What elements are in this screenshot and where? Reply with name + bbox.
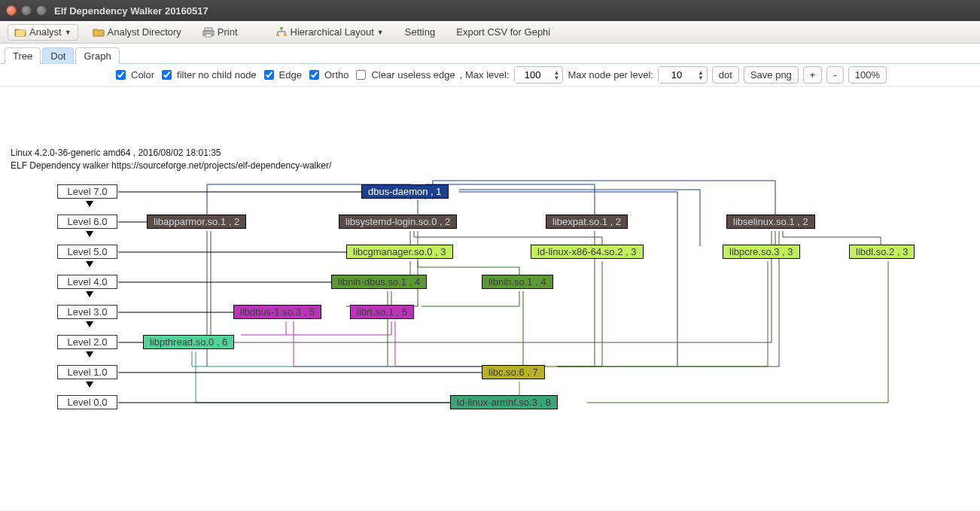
export-button[interactable]: Export CSV for Gephi bbox=[449, 24, 557, 40]
node-libnih-dbus[interactable]: libnih-dbus.so.1 , 4 bbox=[331, 275, 427, 289]
window-controls bbox=[6, 5, 47, 16]
filter-no-child-checkbox[interactable]: filter no child node bbox=[159, 68, 257, 82]
analyst-directory-button[interactable]: Analyst Directory bbox=[86, 24, 188, 41]
layout-button[interactable]: Hierarchical Layout ▼ bbox=[269, 24, 391, 41]
node-libnih[interactable]: libnih.so.1 , 4 bbox=[482, 275, 553, 289]
max-node-input[interactable] bbox=[659, 67, 695, 83]
color-label: Color bbox=[131, 69, 154, 81]
print-label: Print bbox=[218, 26, 238, 38]
close-icon[interactable] bbox=[6, 5, 17, 16]
zoom-value[interactable]: 100% bbox=[848, 66, 887, 84]
print-button[interactable]: Print bbox=[196, 24, 245, 41]
spinner-icon[interactable]: ▲▼ bbox=[551, 70, 563, 81]
color-checkbox[interactable]: Color bbox=[113, 68, 154, 82]
tab-tree[interactable]: Tree bbox=[5, 47, 41, 64]
chevron-down-icon: ▼ bbox=[65, 29, 72, 36]
svg-rect-3 bbox=[280, 27, 283, 29]
setting-label: Setting bbox=[405, 26, 435, 38]
tab-graph[interactable]: Graph bbox=[75, 47, 119, 64]
graph-canvas[interactable]: Linux 4.2.0-36-generic amd64 , 2016/08/0… bbox=[0, 87, 980, 510]
max-level-input[interactable] bbox=[515, 67, 551, 83]
clear-useless-label: Clear useless edge bbox=[371, 69, 455, 81]
filter-label: filter no child node bbox=[177, 69, 257, 81]
analyst-button[interactable]: Analyst ▼ bbox=[8, 24, 78, 41]
svg-rect-5 bbox=[284, 34, 287, 36]
maximize-icon[interactable] bbox=[36, 5, 47, 16]
folder-icon bbox=[93, 26, 105, 38]
node-libpcre[interactable]: libpcre.so.3 , 3 bbox=[723, 245, 800, 259]
tab-graph-label: Graph bbox=[84, 50, 111, 62]
node-libcgmanager[interactable]: libcgmanager.so.0 , 3 bbox=[346, 245, 453, 259]
tab-dot[interactable]: Dot bbox=[42, 47, 74, 64]
svg-rect-0 bbox=[205, 28, 212, 31]
node-libc[interactable]: libc.so.6 , 7 bbox=[482, 365, 545, 379]
tab-tree-label: Tree bbox=[13, 50, 32, 62]
max-level-label: , Max level: bbox=[460, 69, 510, 81]
tabs: Tree Dot Graph bbox=[0, 44, 980, 64]
node-libselinux[interactable]: libselinux.so.1 , 2 bbox=[726, 214, 815, 229]
edge-label: Edge bbox=[279, 69, 302, 81]
minimize-icon[interactable] bbox=[21, 5, 32, 16]
titlebar: Elf Dependency Walker 20160517 bbox=[0, 0, 980, 21]
zoom-out-button[interactable]: - bbox=[826, 66, 843, 84]
edge-checkbox[interactable]: Edge bbox=[261, 68, 302, 82]
analyst-label: Analyst bbox=[29, 26, 62, 38]
max-level-stepper[interactable]: ▲▼ bbox=[514, 66, 564, 84]
layout-label: Hierarchical Layout bbox=[291, 26, 374, 38]
max-node-stepper[interactable]: ▲▼ bbox=[658, 66, 708, 84]
node-libdl[interactable]: libdl.so.2 , 3 bbox=[849, 245, 915, 259]
export-label: Export CSV for Gephi bbox=[456, 26, 550, 38]
options-bar: Color filter no child node Edge Ortho Cl… bbox=[0, 64, 980, 87]
svg-rect-2 bbox=[205, 34, 212, 37]
ortho-checkbox[interactable]: Ortho bbox=[306, 68, 349, 82]
tree-icon bbox=[275, 26, 288, 38]
svg-rect-4 bbox=[276, 34, 279, 36]
zoom-in-button[interactable]: + bbox=[803, 66, 823, 84]
chevron-down-icon: ▼ bbox=[377, 29, 384, 36]
node-ld-linux-x86-64[interactable]: ld-linux-x86-64.so.2 , 3 bbox=[531, 245, 644, 259]
node-dbus-daemon[interactable]: dbus-daemon , 1 bbox=[361, 184, 449, 199]
ortho-label: Ortho bbox=[324, 69, 349, 81]
node-libdbus-1[interactable]: libdbus-1.so.3 , 5 bbox=[233, 305, 321, 319]
node-libsystemd-login[interactable]: libsystemd-login.so.0 , 2 bbox=[339, 214, 457, 229]
folder-open-icon bbox=[14, 26, 26, 38]
edges bbox=[0, 87, 980, 510]
max-node-label: Max node per level: bbox=[568, 69, 653, 81]
setting-button[interactable]: Setting bbox=[398, 24, 442, 40]
node-libpthread[interactable]: libpthread.so.0 , 6 bbox=[143, 335, 234, 349]
spinner-icon[interactable]: ▲▼ bbox=[695, 70, 707, 81]
node-librt[interactable]: librt.so.1 , 5 bbox=[350, 305, 414, 319]
node-libapparmor[interactable]: libapparmor.so.1 , 2 bbox=[147, 214, 246, 229]
clear-useless-checkbox[interactable]: Clear useless edge bbox=[353, 68, 455, 82]
dot-button[interactable]: dot bbox=[712, 66, 739, 84]
tab-dot-label: Dot bbox=[50, 50, 65, 62]
toolbar: Analyst ▼ Analyst Directory Print Hierar… bbox=[0, 21, 980, 44]
printer-icon bbox=[202, 26, 215, 38]
window-title: Elf Dependency Walker 20160517 bbox=[54, 5, 208, 17]
save-png-button[interactable]: Save png bbox=[744, 66, 799, 84]
node-libexpat[interactable]: libexpat.so.1 , 2 bbox=[546, 214, 628, 229]
node-ld-linux-armhf[interactable]: ld-linux-armhf.so.3 , 8 bbox=[450, 395, 558, 409]
analyst-directory-label: Analyst Directory bbox=[108, 26, 181, 38]
